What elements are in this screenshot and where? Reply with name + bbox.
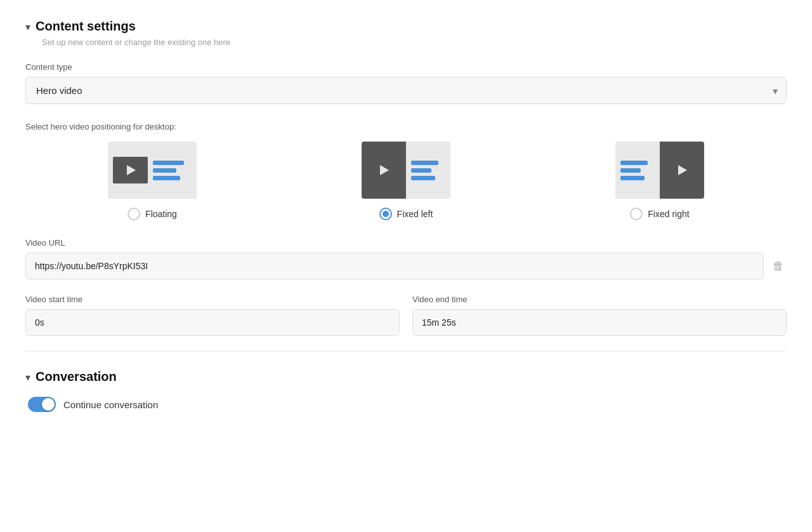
fixed-left-radio[interactable] bbox=[379, 208, 392, 220]
chevron-icon[interactable]: ▾ bbox=[25, 21, 30, 33]
conversation-header: ▾ Conversation bbox=[25, 369, 787, 384]
toggle-knob bbox=[42, 398, 55, 411]
delete-url-icon[interactable]: 🗑 bbox=[770, 257, 787, 276]
fixed-left-video-thumb bbox=[362, 142, 406, 199]
play-icon-fixed-right bbox=[678, 165, 687, 175]
content-type-select-wrapper: Hero video ▾ bbox=[25, 77, 787, 104]
positioning-section: Select hero video positioning for deskto… bbox=[25, 122, 787, 220]
play-icon-floating bbox=[127, 165, 136, 175]
content-settings-title: Content settings bbox=[36, 19, 136, 34]
fixed-right-label: Fixed right bbox=[648, 209, 689, 219]
page-container: ▾ Content settings Set up new content or… bbox=[0, 0, 812, 431]
video-end-input[interactable] bbox=[412, 309, 787, 336]
floating-preview bbox=[108, 142, 197, 199]
fixed-left-line-3 bbox=[411, 176, 435, 180]
video-end-label: Video end time bbox=[412, 295, 787, 304]
floating-line-3 bbox=[153, 176, 180, 180]
floating-radio[interactable] bbox=[128, 208, 140, 220]
content-type-label: Content type bbox=[25, 62, 787, 72]
content-type-field: Content type Hero video ▾ bbox=[25, 62, 787, 104]
conversation-chevron-icon[interactable]: ▾ bbox=[25, 371, 30, 383]
fixed-right-preview bbox=[615, 142, 704, 199]
content-settings-header: ▾ Content settings bbox=[25, 19, 787, 34]
video-url-input[interactable] bbox=[25, 253, 764, 279]
fixed-right-radio[interactable] bbox=[630, 208, 643, 220]
video-end-field: Video end time bbox=[412, 295, 787, 336]
floating-line-1 bbox=[153, 161, 184, 165]
video-start-label: Video start time bbox=[25, 295, 400, 304]
conversation-title: Conversation bbox=[36, 369, 117, 384]
fixed-left-preview bbox=[362, 142, 450, 199]
play-icon-fixed-left bbox=[380, 165, 389, 175]
conversation-toggle-area: Continue conversation bbox=[28, 397, 787, 412]
continue-conversation-row: Continue conversation bbox=[28, 397, 787, 412]
video-start-input[interactable] bbox=[25, 309, 400, 336]
positioning-option-floating[interactable]: Floating bbox=[25, 142, 279, 220]
fixed-left-content-lines bbox=[406, 142, 450, 199]
fixed-right-radio-row: Fixed right bbox=[630, 208, 689, 220]
fixed-right-line-2 bbox=[620, 168, 641, 173]
url-row: 🗑 bbox=[25, 253, 787, 279]
floating-content-lines bbox=[148, 161, 192, 180]
content-type-select[interactable]: Hero video bbox=[25, 77, 787, 104]
fixed-right-content-lines bbox=[615, 142, 660, 199]
floating-line-2 bbox=[153, 168, 176, 173]
fixed-left-label: Fixed left bbox=[397, 209, 433, 219]
content-settings-subtitle: Set up new content or change the existin… bbox=[42, 37, 787, 47]
section-divider bbox=[25, 351, 787, 352]
conversation-section: ▾ Conversation Continue conversation bbox=[25, 369, 787, 412]
video-url-section: Video URL 🗑 bbox=[25, 238, 787, 279]
floating-radio-row: Floating bbox=[128, 208, 177, 220]
time-fields-row: Video start time Video end time bbox=[25, 295, 787, 336]
fixed-right-line-1 bbox=[620, 161, 648, 165]
video-start-field: Video start time bbox=[25, 295, 400, 336]
fixed-right-line-3 bbox=[620, 176, 645, 180]
floating-video-thumb bbox=[113, 157, 148, 183]
video-url-label: Video URL bbox=[25, 238, 787, 248]
positioning-option-fixed-left[interactable]: Fixed left bbox=[279, 142, 533, 220]
floating-label: Floating bbox=[145, 209, 177, 219]
positioning-option-fixed-right[interactable]: Fixed right bbox=[533, 142, 787, 220]
fixed-right-video-thumb bbox=[660, 142, 704, 199]
fixed-left-line-2 bbox=[411, 168, 431, 173]
positioning-label: Select hero video positioning for deskto… bbox=[25, 122, 787, 131]
fixed-left-radio-row: Fixed left bbox=[379, 208, 433, 220]
continue-conversation-label: Continue conversation bbox=[63, 399, 158, 410]
continue-conversation-toggle[interactable] bbox=[28, 397, 56, 412]
fixed-left-line-1 bbox=[411, 161, 438, 165]
positioning-options: Floating Fixed left bbox=[25, 142, 787, 220]
